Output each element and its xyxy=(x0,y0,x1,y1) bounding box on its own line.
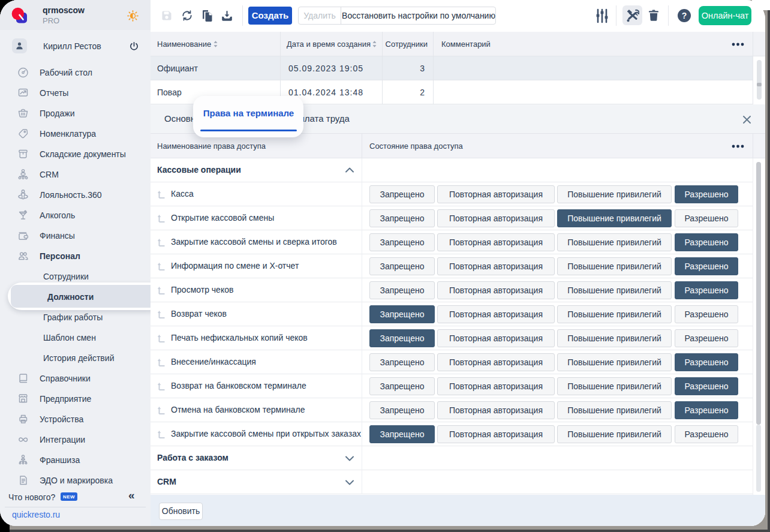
svg-text:?: ? xyxy=(682,11,687,20)
